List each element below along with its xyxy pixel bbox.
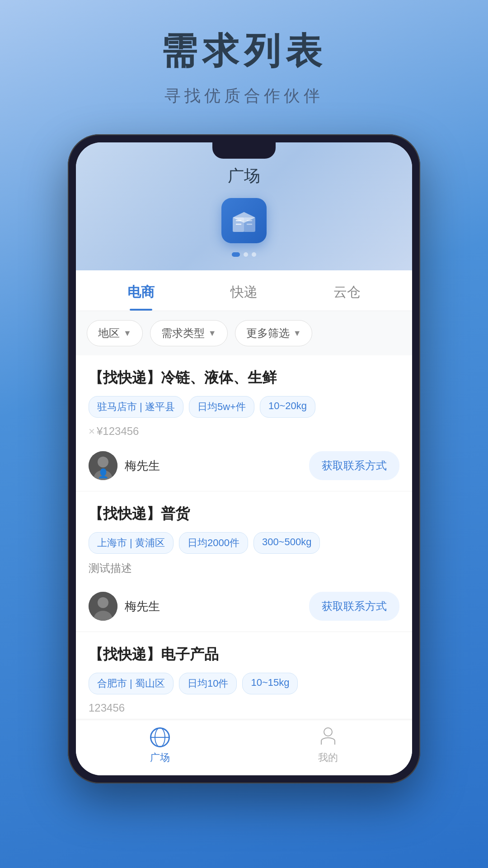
filter-region[interactable]: 地区 ▼ <box>87 320 143 346</box>
banner-dots <box>232 252 256 257</box>
listing-footer-1: 👤 梅先生 获取联系方式 <box>89 442 399 491</box>
chevron-down-icon: ▼ <box>293 329 301 338</box>
price-prefix-1: × <box>89 425 95 437</box>
tags-row-1: 驻马店市 | 遂平县 日均5w+件 10~20kg <box>89 396 399 418</box>
tag-weight-1: 10~20kg <box>260 396 315 418</box>
phone-screen: 广场 <box>76 142 412 775</box>
nav-label-mine: 我的 <box>318 751 338 764</box>
person-body <box>321 737 335 745</box>
phone-notch <box>212 142 276 159</box>
dot-3 <box>252 252 256 257</box>
tags-row-2: 上海市 | 黄浦区 日均2000件 300~500kg <box>89 532 399 554</box>
page-title: 需求列表 <box>161 27 327 76</box>
listing-title-3: 【找快递】电子产品 <box>89 645 399 665</box>
listing-title-1: 【找快递】冷链、液体、生鲜 <box>89 368 399 388</box>
content-area: 电商 快递 云仓 地区 ▼ 需求类型 <box>76 270 412 720</box>
avatar-1: 👤 <box>89 451 117 480</box>
dot-1 <box>232 252 240 257</box>
svg-point-13 <box>98 597 108 608</box>
dot-2 <box>244 252 248 257</box>
tag-daily-2: 日均2000件 <box>179 532 248 554</box>
nav-item-square[interactable]: 广场 <box>76 727 244 764</box>
person-head <box>324 727 333 736</box>
phone-frame: 广场 <box>68 134 420 783</box>
price-1: ×¥123456 <box>89 425 399 438</box>
filter-row: 地区 ▼ 需求类型 ▼ 更多筛选 ▼ <box>76 311 412 355</box>
header-title: 广场 <box>228 165 260 187</box>
app-header: 广场 <box>76 142 412 270</box>
filter-more[interactable]: 更多筛选 ▼ <box>235 320 313 346</box>
tab-ecommerce[interactable]: 电商 <box>89 270 192 311</box>
user-name-1: 梅先生 <box>125 458 160 474</box>
svg-text:👤: 👤 <box>98 468 109 479</box>
user-name-2: 梅先生 <box>125 599 160 614</box>
listing-item-3: 【找快递】电子产品 合肥市 | 蜀山区 日均10件 10~15kg 123456 <box>76 632 412 719</box>
price-3: 123456 <box>89 702 399 714</box>
user-info-1: 👤 梅先生 <box>89 451 160 480</box>
bottom-nav: 广场 我的 <box>76 720 412 775</box>
app-logo <box>221 198 267 243</box>
avatar-2 <box>89 592 117 621</box>
logo-icon <box>228 205 260 236</box>
chevron-down-icon: ▼ <box>208 329 216 338</box>
app-content: 广场 <box>76 142 412 775</box>
user-info-2: 梅先生 <box>89 592 160 621</box>
tag-daily-3: 日均10件 <box>179 673 237 694</box>
contact-button-1[interactable]: 获取联系方式 <box>309 451 399 480</box>
listing-item-1: 【找快递】冷链、液体、生鲜 驻马店市 | 遂平县 日均5w+件 10~20kg … <box>76 355 412 491</box>
tags-row-3: 合肥市 | 蜀山区 日均10件 10~15kg <box>89 673 399 694</box>
tabs: 电商 快递 云仓 <box>76 270 412 311</box>
tag-location-1: 驻马店市 | 遂平县 <box>89 396 183 418</box>
svg-point-9 <box>98 457 108 467</box>
tag-location-3: 合肥市 | 蜀山区 <box>89 673 174 694</box>
tag-weight-2: 300~500kg <box>253 532 320 554</box>
filter-type[interactable]: 需求类型 ▼ <box>150 320 228 346</box>
tag-location-2: 上海市 | 黄浦区 <box>89 532 174 554</box>
listing-desc-2: 测试描述 <box>89 561 399 576</box>
listing-footer-2: 梅先生 获取联系方式 <box>89 583 399 632</box>
contact-button-2[interactable]: 获取联系方式 <box>309 592 399 621</box>
person-icon <box>319 727 337 747</box>
tag-daily-1: 日均5w+件 <box>189 396 254 418</box>
globe-icon <box>150 727 170 747</box>
tab-express[interactable]: 快递 <box>192 270 296 311</box>
tab-cloud-warehouse[interactable]: 云仓 <box>296 270 399 311</box>
nav-label-square: 广场 <box>150 751 170 764</box>
nav-item-mine[interactable]: 我的 <box>244 727 412 764</box>
page-subtitle: 寻找优质合作伙伴 <box>164 85 324 107</box>
tag-weight-3: 10~15kg <box>242 673 298 694</box>
listing-title-2: 【找快递】普货 <box>89 504 399 524</box>
listing-item-2: 【找快递】普货 上海市 | 黄浦区 日均2000件 300~500kg 测试描述 <box>76 491 412 632</box>
chevron-down-icon: ▼ <box>123 329 131 338</box>
